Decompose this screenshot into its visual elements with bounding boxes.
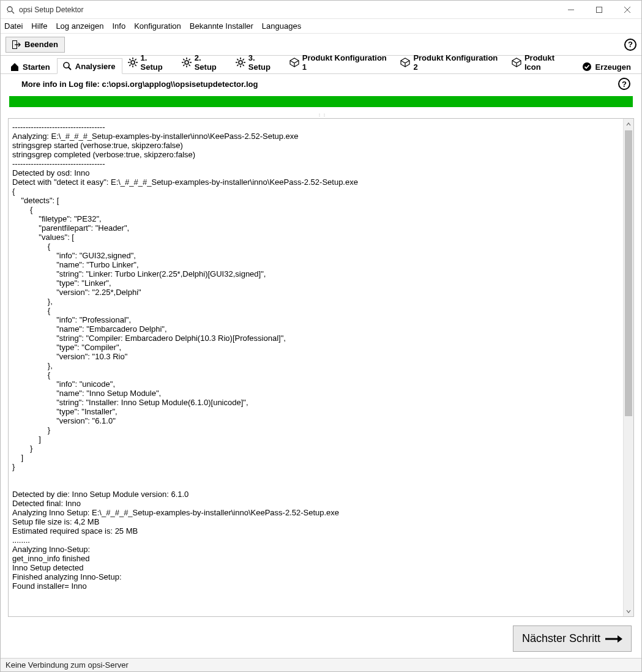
tab-setup2[interactable]: 2. Setup [176, 50, 230, 74]
check-circle-icon [582, 62, 592, 72]
window-title: opsi Setup Detektor [19, 6, 557, 14]
tab-setup2-label: 2. Setup [195, 53, 223, 72]
svg-point-19 [185, 61, 188, 64]
close-icon [624, 7, 630, 13]
scroll-thumb[interactable] [625, 130, 632, 416]
tabs: Starten Analysiere 1. Setup 2. Setup 3. … [1, 56, 641, 74]
next-row: Nächster Schritt [1, 622, 641, 658]
arrow-right-icon [605, 634, 622, 644]
maximize-icon [596, 7, 602, 13]
menu-bekannte-installer[interactable]: Bekannte Installer [190, 21, 253, 31]
tab-produkt-konfig-2[interactable]: Produkt Konfiguration 2 [395, 50, 506, 74]
tab-setup1-label: 1. Setup [141, 53, 170, 72]
cube-icon [512, 58, 521, 67]
svg-line-35 [242, 59, 244, 60]
tab-setup3[interactable]: 3. Setup [230, 50, 284, 74]
app-icon [6, 5, 15, 15]
menu-log-anzeigen[interactable]: Log anzeigen [56, 21, 103, 31]
cube-icon [400, 58, 410, 67]
svg-line-15 [129, 59, 130, 60]
progress-bar [9, 96, 633, 107]
svg-point-0 [7, 7, 12, 12]
beenden-label: Beenden [24, 40, 58, 49]
tab-starten-label: Starten [23, 62, 50, 72]
help-icon: ? [622, 80, 627, 89]
status-text: Keine Verbindung zum opsi-Server [6, 660, 129, 670]
menu-konfiguration[interactable]: Konfiguration [134, 21, 181, 31]
log-panel: ----------------------------------- Anal… [8, 118, 634, 617]
exit-icon [12, 40, 21, 49]
next-step-label: Nächster Schritt [522, 632, 600, 645]
minimize-icon [568, 7, 574, 13]
svg-line-27 [183, 65, 184, 66]
menubar: Datei Hilfe Log anzeigen Info Konfigurat… [1, 19, 641, 34]
home-icon [10, 62, 20, 72]
beenden-button[interactable]: Beenden [6, 37, 65, 53]
svg-point-37 [583, 62, 591, 71]
tab-erzeugen-label: Erzeugen [595, 62, 631, 72]
scroll-down-button[interactable] [624, 606, 633, 616]
svg-point-10 [131, 61, 135, 64]
tab-produkt-konfig-1[interactable]: Produkt Konfiguration 1 [284, 50, 395, 74]
svg-line-26 [188, 59, 190, 60]
svg-line-34 [242, 65, 244, 66]
tab-pk1-label: Produkt Konfiguration 1 [302, 53, 389, 72]
svg-line-16 [135, 65, 136, 66]
svg-line-25 [188, 65, 190, 66]
gear-icon [182, 58, 192, 67]
statusbar: Keine Verbindung zum opsi-Server [1, 658, 641, 671]
tab-picon-label: Produkt Icon [524, 53, 570, 72]
tab-pk2-label: Produkt Konfiguration 2 [413, 53, 499, 72]
svg-marker-39 [618, 635, 622, 643]
menu-hilfe[interactable]: Hilfe [31, 21, 47, 31]
gear-icon [236, 58, 245, 67]
svg-line-9 [69, 67, 71, 70]
search-icon [62, 61, 72, 71]
maximize-button[interactable] [585, 1, 613, 19]
menu-languages[interactable]: Languages [262, 21, 301, 31]
help-button[interactable]: ? [624, 39, 636, 51]
tab-produkt-icon[interactable]: Produkt Icon [506, 50, 577, 74]
svg-line-17 [135, 59, 136, 60]
cube-icon [289, 58, 299, 67]
log-output[interactable]: ----------------------------------- Anal… [9, 119, 623, 616]
scroll-track[interactable] [624, 129, 633, 606]
svg-rect-3 [597, 7, 602, 12]
scrollbar[interactable] [623, 119, 633, 616]
menu-datei[interactable]: Datei [4, 21, 23, 31]
svg-line-36 [237, 65, 238, 66]
tab-setup3-label: 3. Setup [248, 53, 277, 72]
tab-erzeugen[interactable]: Erzeugen [577, 59, 638, 74]
scroll-up-button[interactable] [624, 119, 633, 129]
svg-point-8 [64, 62, 69, 68]
window-buttons [557, 1, 641, 19]
splitter-grip[interactable]: ⋮⋮ [315, 113, 327, 118]
svg-line-24 [183, 59, 184, 60]
tab-analysiere-label: Analysiere [75, 62, 116, 71]
gear-icon [128, 58, 138, 67]
svg-point-28 [239, 61, 242, 64]
minimize-button[interactable] [557, 1, 585, 19]
svg-line-1 [12, 11, 14, 13]
next-step-button[interactable]: Nächster Schritt [513, 625, 632, 652]
svg-line-33 [237, 59, 238, 60]
svg-line-18 [129, 65, 130, 66]
menu-info[interactable]: Info [112, 21, 125, 31]
close-button[interactable] [613, 1, 641, 19]
log-file-info: More info in Log file: c:\opsi.org\applo… [21, 80, 258, 89]
chevron-up-icon [626, 122, 631, 127]
titlebar: opsi Setup Detektor [1, 1, 641, 19]
tab-setup1[interactable]: 1. Setup [122, 50, 176, 74]
info-row: More info in Log file: c:\opsi.org\applo… [1, 74, 641, 92]
tab-analysiere[interactable]: Analysiere [57, 58, 122, 74]
help-icon: ? [628, 40, 633, 49]
help-button-panel[interactable]: ? [618, 78, 630, 90]
tab-starten[interactable]: Starten [4, 59, 57, 74]
chevron-down-icon [626, 609, 631, 614]
